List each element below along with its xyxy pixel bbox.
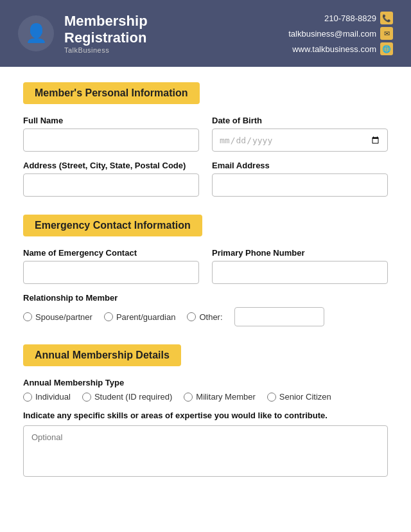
address-group: Address (Street, City, State, Postal Cod… <box>23 161 199 197</box>
membership-section: Annual Membership Details Annual Members… <box>23 344 388 477</box>
skills-group: Indicate any specific skills or areas of… <box>23 411 388 477</box>
emergency-name-label: Name of Emergency Contact <box>23 248 199 258</box>
email-line: talkbusiness@mail.com ✉ <box>288 27 393 40</box>
military-label: Military Member <box>196 392 255 402</box>
contact-info: 210-788-8829 📞 talkbusiness@mail.com ✉ w… <box>288 12 393 55</box>
personal-info-heading: Member's Personal Information <box>23 82 200 104</box>
phone-line: 210-788-8829 📞 <box>324 12 393 24</box>
spouse-option[interactable]: Spouse/partner <box>23 312 92 322</box>
emergency-phone-label: Primary Phone Number <box>212 248 388 258</box>
skills-label: Indicate any specific skills or areas of… <box>23 411 388 420</box>
email-input[interactable] <box>212 173 388 197</box>
emergency-name-phone-row: Name of Emergency Contact Primary Phone … <box>23 248 388 284</box>
website-line: www.talkbusiness.com 🌐 <box>292 42 393 55</box>
student-radio[interactable] <box>82 393 91 402</box>
spouse-label: Spouse/partner <box>35 312 92 322</box>
individual-radio[interactable] <box>23 393 32 402</box>
dob-label: Date of Birth <box>212 116 388 125</box>
address-email-row: Address (Street, City, State, Postal Cod… <box>23 161 388 197</box>
personal-info-section: Member's Personal Information Full Name … <box>23 82 388 197</box>
email-address: talkbusiness@mail.com <box>288 29 376 39</box>
membership-type-radio-group: Individual Student (ID required) Militar… <box>23 392 388 402</box>
emergency-name-input[interactable] <box>23 261 199 284</box>
phone-icon: 📞 <box>380 12 393 24</box>
senior-label: Senior Citizen <box>279 392 331 402</box>
full-name-group: Full Name <box>23 116 199 152</box>
skills-textarea[interactable] <box>23 425 388 477</box>
dob-group: Date of Birth <box>212 116 388 152</box>
full-name-input[interactable] <box>23 129 199 152</box>
individual-label: Individual <box>35 392 71 402</box>
spouse-radio[interactable] <box>23 312 32 321</box>
parent-label: Parent/guardian <box>116 312 176 322</box>
email-label: Email Address <box>212 161 388 170</box>
dob-input[interactable] <box>212 129 388 152</box>
email-group: Email Address <box>212 161 388 197</box>
parent-radio[interactable] <box>104 312 113 321</box>
military-option[interactable]: Military Member <box>184 392 255 402</box>
relationship-group: Relationship to Member Spouse/partner Pa… <box>23 293 388 326</box>
full-name-label: Full Name <box>23 116 199 125</box>
other-label: Other: <box>199 312 222 322</box>
name-dob-row: Full Name Date of Birth <box>23 116 388 152</box>
membership-heading: Annual Membership Details <box>23 344 181 366</box>
globe-icon: 🌐 <box>380 42 393 55</box>
address-label: Address (Street, City, State, Postal Cod… <box>23 161 199 170</box>
website-url: www.talkbusiness.com <box>292 44 376 54</box>
email-icon: ✉ <box>380 27 393 40</box>
brand-name: TalkBusiness <box>64 46 148 54</box>
address-input[interactable] <box>23 173 199 197</box>
emergency-contact-section: Emergency Contact Information Name of Em… <box>23 215 388 326</box>
parent-option[interactable]: Parent/guardian <box>104 312 176 322</box>
student-option[interactable]: Student (ID required) <box>82 392 172 402</box>
military-radio[interactable] <box>184 393 193 402</box>
other-radio[interactable] <box>187 312 196 321</box>
page-header: 👤 Membership Registration TalkBusiness 2… <box>0 0 411 67</box>
logo-icon: 👤 <box>25 24 48 42</box>
other-option[interactable]: Other: <box>187 312 222 322</box>
emergency-phone-input[interactable] <box>212 261 388 284</box>
relationship-radio-group: Spouse/partner Parent/guardian Other: <box>23 307 388 326</box>
senior-option[interactable]: Senior Citizen <box>267 392 331 402</box>
other-relationship-input[interactable] <box>234 307 324 326</box>
phone-number: 210-788-8829 <box>324 13 376 23</box>
header-title: Membership Registration <box>64 13 148 47</box>
relationship-label: Relationship to Member <box>23 293 388 303</box>
individual-option[interactable]: Individual <box>23 392 71 402</box>
logo: 👤 <box>18 15 54 51</box>
student-label: Student (ID required) <box>94 392 172 402</box>
main-content: Member's Personal Information Full Name … <box>0 67 411 514</box>
emergency-name-group: Name of Emergency Contact <box>23 248 199 284</box>
brand-text: Membership Registration TalkBusiness <box>64 13 148 55</box>
senior-radio[interactable] <box>267 393 276 402</box>
brand-section: 👤 Membership Registration TalkBusiness <box>18 13 148 55</box>
emergency-contact-heading: Emergency Contact Information <box>23 215 202 236</box>
emergency-phone-group: Primary Phone Number <box>212 248 388 284</box>
membership-type-group: Annual Membership Type Individual Studen… <box>23 378 388 402</box>
membership-type-label: Annual Membership Type <box>23 378 388 387</box>
